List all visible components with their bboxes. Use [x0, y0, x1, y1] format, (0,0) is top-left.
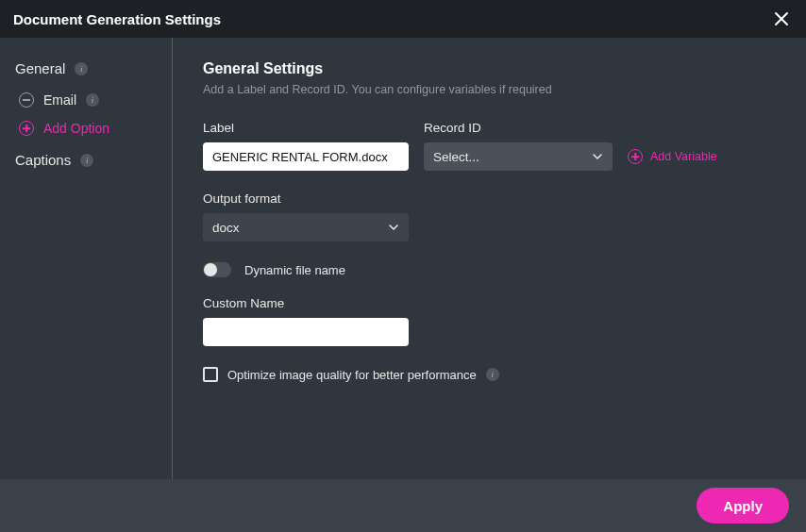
output-format-field-label: Output format	[203, 191, 776, 206]
info-icon: i	[75, 62, 88, 75]
optimize-label: Optimize image quality for better perfor…	[227, 368, 477, 382]
output-format-select[interactable]: docx	[203, 213, 409, 241]
custom-name-field-label: Custom Name	[203, 296, 776, 310]
row-optimize: Optimize image quality for better perfor…	[203, 367, 776, 382]
row-label-record: Label Record ID Select... Add Variable	[203, 121, 776, 171]
field-record-id: Record ID Select...	[424, 121, 613, 171]
modal-footer: Apply	[0, 479, 806, 532]
section-subtitle: Add a Label and Record ID. You can confi…	[203, 83, 776, 96]
sidebar: General i Email i Add Option Captions i	[0, 38, 173, 479]
sidebar-item-general[interactable]: General i	[15, 60, 157, 86]
toggle-row-dynamic-filename: Dynamic file name	[203, 262, 776, 277]
dynamic-filename-toggle[interactable]	[203, 262, 231, 277]
toggle-knob	[204, 263, 217, 276]
sidebar-item-captions[interactable]: Captions i	[15, 152, 157, 177]
chevron-down-icon	[388, 222, 399, 233]
sidebar-item-email[interactable]: Email i	[15, 86, 157, 114]
main-panel: General Settings Add a Label and Record …	[173, 38, 806, 479]
chevron-down-icon	[592, 151, 603, 162]
field-label: Label	[203, 121, 409, 171]
record-id-select[interactable]: Select...	[424, 142, 613, 171]
add-variable-button[interactable]: Add Variable	[628, 142, 717, 171]
label-input[interactable]	[203, 142, 409, 171]
section-title: General Settings	[203, 60, 776, 77]
info-icon: i	[80, 154, 93, 167]
field-output-format: Output format docx	[203, 191, 776, 241]
apply-button[interactable]: Apply	[697, 488, 789, 524]
modal-header: Document Generation Settings	[0, 0, 806, 38]
sidebar-add-option[interactable]: Add Option	[15, 114, 157, 142]
info-icon: i	[86, 93, 99, 107]
modal-title: Document Generation Settings	[13, 11, 221, 27]
dynamic-filename-label: Dynamic file name	[244, 263, 345, 277]
sidebar-item-label: Captions	[15, 152, 71, 168]
record-id-field-label: Record ID	[424, 121, 613, 135]
add-variable-label: Add Variable	[650, 150, 717, 163]
sidebar-item-label: Add Option	[43, 121, 109, 136]
modal: Document Generation Settings General i E…	[0, 0, 806, 532]
custom-name-input[interactable]	[203, 318, 409, 346]
optimize-checkbox[interactable]	[203, 367, 218, 382]
minus-circle-icon	[19, 92, 34, 108]
sidebar-item-label: Email	[43, 92, 76, 108]
modal-body: General i Email i Add Option Captions i …	[0, 38, 806, 479]
close-icon	[774, 11, 789, 26]
output-format-value: docx	[212, 221, 240, 235]
label-field-label: Label	[203, 121, 409, 135]
sidebar-item-label: General	[15, 60, 65, 76]
info-icon: i	[486, 368, 499, 381]
record-id-value: Select...	[433, 150, 479, 164]
plus-circle-icon	[628, 149, 643, 164]
close-button[interactable]	[770, 8, 793, 30]
field-custom-name: Custom Name	[203, 296, 776, 346]
plus-circle-icon	[19, 121, 34, 136]
